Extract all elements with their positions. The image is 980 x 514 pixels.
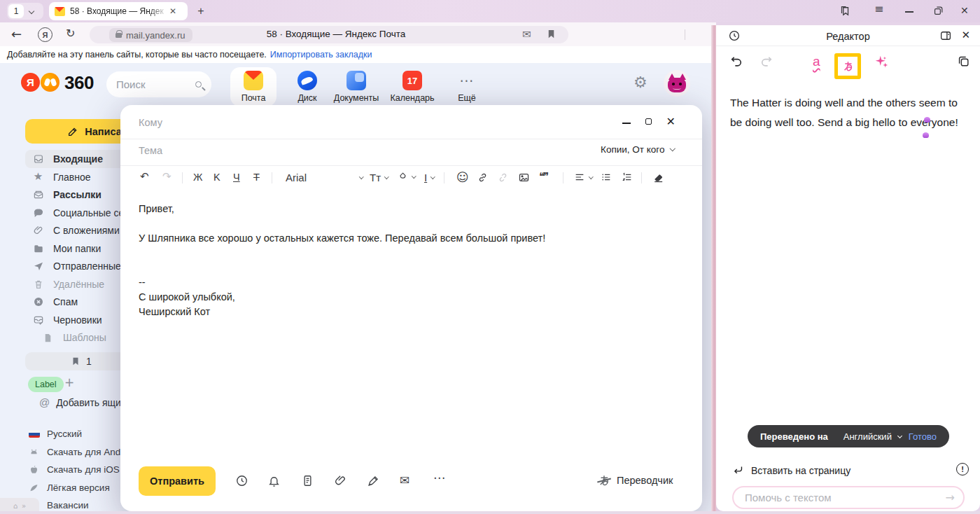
bold-button[interactable]: Ж bbox=[193, 172, 202, 183]
window-bottom-edge bbox=[0, 511, 980, 514]
add-label-icon[interactable]: + bbox=[64, 377, 74, 389]
submit-arrow-icon[interactable]: → bbox=[946, 492, 955, 503]
compose-close-icon[interactable]: ✕ bbox=[666, 116, 676, 127]
tab-group-badge[interactable]: 1 bbox=[7, 3, 43, 20]
notify-bell-icon[interactable] bbox=[267, 474, 281, 487]
insert-to-page-button[interactable]: Вставить на страницу bbox=[732, 464, 850, 476]
unlink-icon[interactable] bbox=[497, 172, 509, 183]
send-icon bbox=[32, 261, 44, 272]
bullet-list-icon[interactable] bbox=[601, 172, 612, 183]
font-size-select[interactable]: Tт bbox=[370, 172, 388, 183]
emoji-icon[interactable]: ☺ bbox=[456, 172, 469, 183]
app-disk[interactable]: Диск bbox=[284, 67, 330, 106]
numbered-list-icon[interactable] bbox=[622, 172, 633, 183]
yandex-360-orange-icon bbox=[41, 73, 59, 92]
mail-notify-icon[interactable]: ✉ bbox=[522, 29, 531, 40]
bookmarks-panel-icon[interactable] bbox=[839, 5, 851, 18]
cc-from-toggle[interactable]: Копии, От кого bbox=[601, 144, 674, 155]
done-button[interactable]: Готово bbox=[909, 431, 937, 442]
url-chip[interactable]: mail.yandex.ru bbox=[109, 28, 192, 42]
attach-mail-icon[interactable]: ✉ bbox=[400, 475, 410, 487]
ai-prompt-input[interactable] bbox=[745, 492, 946, 503]
app-documents[interactable]: Документы bbox=[333, 67, 379, 106]
browser-menu-icon[interactable]: ≡ bbox=[874, 4, 883, 15]
info-alert-icon[interactable]: ! bbox=[956, 463, 969, 475]
avatar[interactable] bbox=[664, 70, 690, 97]
window-minimize-button[interactable] bbox=[905, 11, 913, 13]
documents-app-icon bbox=[346, 71, 366, 90]
window-restore-button[interactable] bbox=[932, 5, 944, 17]
more-actions-icon[interactable]: ⋯ bbox=[433, 472, 446, 484]
panel-header: Редактор ✕ bbox=[716, 25, 980, 46]
translator-button[interactable]: Переводчик bbox=[598, 474, 673, 487]
search-icon[interactable] bbox=[195, 81, 202, 88]
feather-icon bbox=[28, 482, 40, 493]
ai-prompt-box[interactable]: → bbox=[732, 486, 965, 509]
compose-expand-icon[interactable] bbox=[645, 118, 652, 125]
template-note-icon[interactable] bbox=[301, 474, 314, 487]
open-in-window-icon[interactable] bbox=[939, 29, 952, 42]
eraser-icon[interactable] bbox=[652, 172, 664, 183]
lock-icon bbox=[115, 33, 122, 38]
yandex-logo-icon[interactable]: Я bbox=[21, 73, 40, 92]
import-bookmarks-link[interactable]: Импортировать закладки bbox=[270, 50, 372, 60]
panel-redo-icon[interactable] bbox=[760, 55, 774, 69]
strikethrough-button[interactable]: Т bbox=[253, 172, 260, 183]
browser-tab[interactable]: 58 · Входящие — Яндек ✕ bbox=[49, 2, 188, 20]
fill-color-button[interactable] bbox=[398, 172, 416, 182]
panel-divider-strip bbox=[711, 25, 716, 511]
label-tag[interactable]: Label bbox=[28, 377, 64, 392]
translated-text[interactable]: The Hatter is doing well and the others … bbox=[730, 93, 965, 132]
mail-search-box[interactable] bbox=[106, 71, 211, 97]
redo-icon[interactable]: ↷ bbox=[162, 172, 172, 182]
bookmark-icon bbox=[71, 356, 80, 366]
compose-minimize-icon[interactable] bbox=[622, 123, 631, 124]
gear-icon[interactable]: ⚙ bbox=[634, 75, 648, 90]
template-icon bbox=[42, 333, 54, 343]
at-sign-icon: @ bbox=[39, 396, 50, 408]
compose-window: Кому ✕ Тема Копии, От кого ↶ ↷ Ж K Ч Т A… bbox=[120, 105, 702, 511]
yandex-browser-icon[interactable]: Я bbox=[38, 27, 52, 42]
chevron-down-icon bbox=[897, 433, 902, 438]
new-tab-button[interactable]: + bbox=[193, 4, 209, 19]
spellcheck-icon[interactable]: a bbox=[813, 54, 820, 69]
to-field[interactable]: Кому bbox=[139, 117, 162, 128]
copy-icon[interactable] bbox=[957, 55, 970, 68]
add-mailbox-button[interactable]: @ Добавить ящик bbox=[39, 396, 125, 408]
subject-field[interactable]: Тема bbox=[139, 145, 162, 156]
app-more[interactable]: ⋯ Ещё bbox=[444, 67, 490, 106]
ai-sparkles-icon[interactable] bbox=[874, 55, 889, 69]
bookmark-icon[interactable] bbox=[546, 29, 556, 39]
window-close-button[interactable]: ✕ bbox=[960, 6, 969, 15]
attach-from-disk-icon[interactable] bbox=[367, 474, 380, 487]
language-select[interactable]: Английский bbox=[844, 431, 902, 442]
panel-close-icon[interactable]: ✕ bbox=[961, 30, 970, 41]
undo-icon[interactable]: ↶ bbox=[140, 172, 149, 182]
quote-icon[interactable]: ❝❞ bbox=[539, 172, 547, 182]
compose-body[interactable]: Привет, У Шляпника все хорошо у остальны… bbox=[139, 202, 587, 319]
translated-toast: Переведено на Английский Готово bbox=[748, 425, 949, 447]
tab-close-icon[interactable]: ✕ bbox=[169, 7, 176, 15]
send-button[interactable]: Отправить bbox=[139, 466, 216, 496]
search-input[interactable] bbox=[116, 78, 186, 90]
schedule-send-icon[interactable] bbox=[235, 474, 248, 487]
underline-button[interactable]: Ч bbox=[233, 172, 240, 183]
app-mail[interactable]: Почта bbox=[230, 67, 276, 106]
panel-undo-icon[interactable] bbox=[729, 55, 743, 69]
toolbar-divider bbox=[685, 29, 685, 40]
image-icon[interactable] bbox=[518, 172, 530, 183]
app-calendar[interactable]: 17 Календарь bbox=[389, 67, 435, 106]
align-button[interactable] bbox=[574, 172, 593, 183]
link-icon[interactable] bbox=[477, 172, 489, 183]
italic-button[interactable]: K bbox=[214, 172, 220, 183]
translate-kana-icon[interactable] bbox=[842, 60, 854, 72]
back-icon[interactable]: ← bbox=[11, 28, 22, 41]
text-color-button[interactable]: I bbox=[424, 172, 435, 183]
refresh-icon[interactable]: ↻ bbox=[66, 28, 75, 39]
apple-icon bbox=[28, 464, 40, 475]
attach-file-icon[interactable] bbox=[334, 474, 347, 487]
font-family-select[interactable]: Arial bbox=[286, 172, 363, 183]
bookmarks-bar: Добавляйте на эту панель сайты, которые … bbox=[0, 46, 716, 63]
bookmarks-hint: Добавляйте на эту панель сайты, которые … bbox=[7, 50, 267, 60]
collab-cursor bbox=[924, 117, 930, 123]
